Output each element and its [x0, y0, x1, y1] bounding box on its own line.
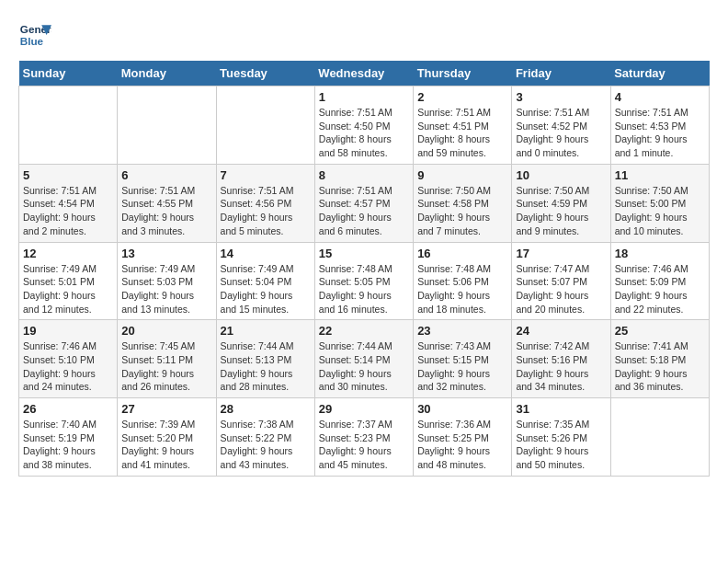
- calendar-cell: 29Sunrise: 7:37 AM Sunset: 5:23 PM Dayli…: [314, 398, 413, 477]
- day-info: Sunrise: 7:50 AM Sunset: 5:00 PM Dayligh…: [615, 184, 705, 238]
- calendar-cell: 9Sunrise: 7:50 AM Sunset: 4:58 PM Daylig…: [414, 164, 512, 242]
- calendar-cell: 18Sunrise: 7:46 AM Sunset: 5:09 PM Dayli…: [610, 242, 709, 320]
- day-number: 19: [23, 324, 113, 338]
- day-number: 26: [23, 402, 113, 416]
- calendar-cell: 7Sunrise: 7:51 AM Sunset: 4:56 PM Daylig…: [216, 164, 314, 242]
- day-info: Sunrise: 7:46 AM Sunset: 5:10 PM Dayligh…: [23, 339, 113, 394]
- calendar-cell: 27Sunrise: 7:39 AM Sunset: 5:20 PM Dayli…: [118, 398, 216, 477]
- header-wednesday: Wednesday: [314, 61, 413, 86]
- day-number: 17: [516, 247, 606, 260]
- day-number: 25: [615, 324, 705, 338]
- day-number: 5: [23, 168, 113, 182]
- calendar-week-0: 1Sunrise: 7:51 AM Sunset: 4:50 PM Daylig…: [19, 86, 710, 165]
- calendar-week-3: 19Sunrise: 7:46 AM Sunset: 5:10 PM Dayli…: [19, 320, 710, 398]
- calendar-cell: [118, 86, 216, 165]
- calendar-cell: 15Sunrise: 7:48 AM Sunset: 5:05 PM Dayli…: [314, 242, 413, 320]
- day-number: 8: [319, 168, 409, 182]
- day-info: Sunrise: 7:49 AM Sunset: 5:04 PM Dayligh…: [221, 262, 311, 316]
- calendar-week-2: 12Sunrise: 7:49 AM Sunset: 5:01 PM Dayli…: [19, 242, 710, 320]
- day-number: 29: [319, 402, 409, 416]
- calendar-cell: 21Sunrise: 7:44 AM Sunset: 5:13 PM Dayli…: [216, 320, 314, 398]
- calendar-cell: 14Sunrise: 7:49 AM Sunset: 5:04 PM Dayli…: [216, 242, 314, 320]
- day-info: Sunrise: 7:51 AM Sunset: 4:54 PM Dayligh…: [23, 184, 113, 238]
- day-number: 23: [417, 324, 507, 338]
- day-info: Sunrise: 7:47 AM Sunset: 5:07 PM Dayligh…: [516, 262, 606, 316]
- day-number: 13: [121, 247, 211, 260]
- header-sunday: Sunday: [19, 61, 118, 86]
- calendar-cell: 23Sunrise: 7:43 AM Sunset: 5:15 PM Dayli…: [414, 320, 512, 398]
- day-number: 4: [615, 90, 705, 104]
- day-info: Sunrise: 7:46 AM Sunset: 5:09 PM Dayligh…: [615, 262, 705, 316]
- calendar-table: SundayMondayTuesdayWednesdayThursdayFrid…: [18, 61, 710, 477]
- logo-icon: General Blue: [18, 18, 51, 52]
- day-info: Sunrise: 7:51 AM Sunset: 4:55 PM Dayligh…: [121, 184, 211, 238]
- day-number: 30: [417, 402, 507, 416]
- day-info: Sunrise: 7:51 AM Sunset: 4:50 PM Dayligh…: [319, 106, 409, 160]
- day-info: Sunrise: 7:51 AM Sunset: 4:52 PM Dayligh…: [516, 106, 606, 160]
- day-number: 7: [221, 168, 311, 182]
- day-number: 20: [121, 324, 211, 338]
- calendar-cell: 2Sunrise: 7:51 AM Sunset: 4:51 PM Daylig…: [414, 86, 512, 165]
- calendar-cell: 17Sunrise: 7:47 AM Sunset: 5:07 PM Dayli…: [512, 242, 610, 320]
- day-number: 11: [615, 168, 705, 182]
- day-info: Sunrise: 7:49 AM Sunset: 5:03 PM Dayligh…: [121, 262, 211, 316]
- day-number: 2: [417, 90, 507, 104]
- day-info: Sunrise: 7:48 AM Sunset: 5:05 PM Dayligh…: [319, 262, 409, 316]
- calendar-cell: [610, 398, 709, 477]
- day-number: 27: [121, 402, 211, 416]
- calendar-cell: 25Sunrise: 7:41 AM Sunset: 5:18 PM Dayli…: [610, 320, 709, 398]
- calendar-cell: 12Sunrise: 7:49 AM Sunset: 5:01 PM Dayli…: [19, 242, 118, 320]
- day-info: Sunrise: 7:45 AM Sunset: 5:11 PM Dayligh…: [121, 339, 211, 394]
- day-info: Sunrise: 7:40 AM Sunset: 5:19 PM Dayligh…: [23, 418, 113, 472]
- calendar-cell: 13Sunrise: 7:49 AM Sunset: 5:03 PM Dayli…: [118, 242, 216, 320]
- header-tuesday: Tuesday: [216, 61, 314, 86]
- calendar-cell: 16Sunrise: 7:48 AM Sunset: 5:06 PM Dayli…: [414, 242, 512, 320]
- day-info: Sunrise: 7:41 AM Sunset: 5:18 PM Dayligh…: [615, 339, 705, 394]
- calendar-cell: 24Sunrise: 7:42 AM Sunset: 5:16 PM Dayli…: [512, 320, 610, 398]
- calendar-cell: 3Sunrise: 7:51 AM Sunset: 4:52 PM Daylig…: [512, 86, 610, 165]
- calendar-cell: 11Sunrise: 7:50 AM Sunset: 5:00 PM Dayli…: [610, 164, 709, 242]
- day-info: Sunrise: 7:50 AM Sunset: 4:58 PM Dayligh…: [417, 184, 507, 238]
- day-info: Sunrise: 7:36 AM Sunset: 5:25 PM Dayligh…: [417, 418, 507, 472]
- calendar-week-1: 5Sunrise: 7:51 AM Sunset: 4:54 PM Daylig…: [19, 164, 710, 242]
- day-info: Sunrise: 7:51 AM Sunset: 4:56 PM Dayligh…: [221, 184, 311, 238]
- header-monday: Monday: [118, 61, 216, 86]
- day-info: Sunrise: 7:37 AM Sunset: 5:23 PM Dayligh…: [319, 418, 409, 472]
- header-friday: Friday: [512, 61, 610, 86]
- calendar-cell: 28Sunrise: 7:38 AM Sunset: 5:22 PM Dayli…: [216, 398, 314, 477]
- day-number: 10: [516, 168, 606, 182]
- day-number: 24: [516, 324, 606, 338]
- header-thursday: Thursday: [414, 61, 512, 86]
- calendar-header-row: SundayMondayTuesdayWednesdayThursdayFrid…: [19, 61, 710, 86]
- calendar-cell: [216, 86, 314, 165]
- calendar-cell: 10Sunrise: 7:50 AM Sunset: 4:59 PM Dayli…: [512, 164, 610, 242]
- day-info: Sunrise: 7:51 AM Sunset: 4:53 PM Dayligh…: [615, 106, 705, 160]
- day-number: 28: [221, 402, 311, 416]
- day-number: 16: [417, 247, 507, 260]
- day-number: 9: [417, 168, 507, 182]
- page-header: General Blue: [18, 18, 710, 52]
- calendar-cell: 30Sunrise: 7:36 AM Sunset: 5:25 PM Dayli…: [414, 398, 512, 477]
- day-info: Sunrise: 7:48 AM Sunset: 5:06 PM Dayligh…: [417, 262, 507, 316]
- calendar-cell: 8Sunrise: 7:51 AM Sunset: 4:57 PM Daylig…: [314, 164, 413, 242]
- day-number: 3: [516, 90, 606, 104]
- calendar-cell: 19Sunrise: 7:46 AM Sunset: 5:10 PM Dayli…: [19, 320, 118, 398]
- calendar-cell: 31Sunrise: 7:35 AM Sunset: 5:26 PM Dayli…: [512, 398, 610, 477]
- calendar-cell: 20Sunrise: 7:45 AM Sunset: 5:11 PM Dayli…: [118, 320, 216, 398]
- calendar-cell: 26Sunrise: 7:40 AM Sunset: 5:19 PM Dayli…: [19, 398, 118, 477]
- day-info: Sunrise: 7:51 AM Sunset: 4:57 PM Dayligh…: [319, 184, 409, 238]
- day-number: 21: [221, 324, 311, 338]
- calendar-cell: 6Sunrise: 7:51 AM Sunset: 4:55 PM Daylig…: [118, 164, 216, 242]
- day-number: 6: [121, 168, 211, 182]
- day-info: Sunrise: 7:49 AM Sunset: 5:01 PM Dayligh…: [23, 262, 113, 316]
- day-info: Sunrise: 7:35 AM Sunset: 5:26 PM Dayligh…: [516, 418, 606, 472]
- day-number: 22: [319, 324, 409, 338]
- day-info: Sunrise: 7:43 AM Sunset: 5:15 PM Dayligh…: [417, 339, 507, 394]
- day-info: Sunrise: 7:44 AM Sunset: 5:13 PM Dayligh…: [221, 339, 311, 394]
- day-number: 15: [319, 247, 409, 260]
- calendar-cell: [19, 86, 118, 165]
- day-info: Sunrise: 7:44 AM Sunset: 5:14 PM Dayligh…: [319, 339, 409, 394]
- day-info: Sunrise: 7:39 AM Sunset: 5:20 PM Dayligh…: [121, 418, 211, 472]
- calendar-week-4: 26Sunrise: 7:40 AM Sunset: 5:19 PM Dayli…: [19, 398, 710, 477]
- day-info: Sunrise: 7:50 AM Sunset: 4:59 PM Dayligh…: [516, 184, 606, 238]
